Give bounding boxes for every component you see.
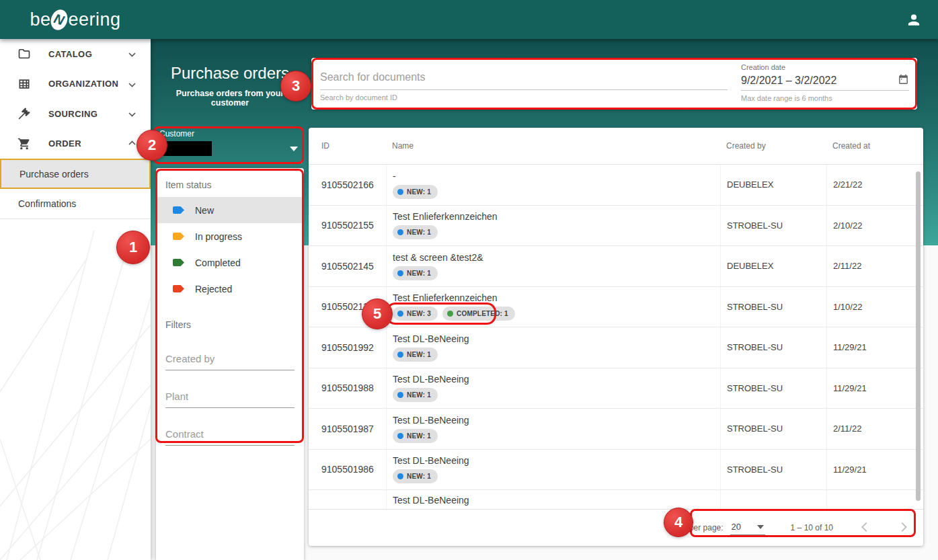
subnav-label: Confirmations	[18, 198, 76, 209]
sidebar-item-organization[interactable]: ORGANIZATION	[0, 69, 151, 99]
status-chip: NEW: 3	[393, 307, 438, 321]
table-row[interactable]: 9105501986 Test DL-BeNeeing NEW: 1 STROB…	[309, 450, 923, 491]
next-page-button[interactable]	[896, 520, 911, 536]
building-background-image	[0, 217, 151, 560]
sidebar: CATALOG ORGANIZATION SOURCING ORDER Purc…	[0, 39, 151, 560]
contract-filter-input[interactable]: Contract	[165, 428, 295, 446]
new-dot-icon	[397, 392, 403, 398]
creation-date-label: Creation date	[741, 63, 909, 71]
creation-date-field[interactable]: Creation date 9/2/2021 – 3/2/2022 Max da…	[741, 58, 909, 110]
status-chip: NEW: 1	[393, 266, 438, 280]
date-range-hint: Max date range is 6 months	[741, 94, 909, 102]
table-row[interactable]: 9105502130 Test Enlieferkennzeichen NEW:…	[309, 287, 923, 328]
status-tag-icon	[173, 206, 184, 214]
previous-page-button[interactable]	[857, 520, 872, 536]
gavel-icon	[17, 107, 31, 120]
filter-panel: Item status New In progress Completed Re…	[156, 168, 304, 560]
new-dot-icon	[397, 311, 403, 317]
filters-label: Filters	[156, 302, 304, 333]
customer-select[interactable]: Customer	[159, 129, 302, 163]
calendar-icon[interactable]	[898, 74, 909, 88]
chevron-down-icon	[128, 108, 136, 120]
status-tag-icon	[173, 259, 184, 266]
status-filter-rejected[interactable]: Rejected	[156, 276, 304, 302]
sidebar-item-label: CATALOG	[48, 49, 128, 59]
status-filter-in-progress[interactable]: In progress	[156, 223, 304, 249]
column-header-created-at: Created at	[826, 128, 923, 164]
search-card: Search for documents Search by document …	[311, 58, 917, 110]
app-header: beNeering	[0, 0, 938, 39]
status-tag-icon	[173, 233, 184, 240]
column-header-name: Name	[386, 128, 720, 164]
table-footer: Items per page: 20 1 – 10 of 10	[309, 509, 923, 546]
chevron-down-icon	[128, 48, 136, 60]
chevron-up-icon	[128, 138, 136, 150]
organization-icon	[17, 77, 31, 91]
status-tag-icon	[173, 285, 184, 292]
logo-text-right: eering	[68, 9, 120, 30]
status-chip: NEW: 1	[393, 429, 438, 443]
items-per-page-label: Items per page:	[667, 523, 723, 532]
dropdown-caret-icon	[290, 147, 298, 151]
item-status-label: Item status	[156, 168, 304, 197]
table-scrollbar[interactable]	[916, 171, 921, 501]
customer-value-redacted	[159, 141, 212, 156]
table-header-row: ID Name Created by Created at	[309, 128, 923, 165]
sidebar-item-label: SOURCING	[48, 109, 128, 119]
sidebar-item-confirmations[interactable]: Confirmations	[0, 189, 151, 219]
page-title: Purchase orders	[156, 64, 304, 83]
new-dot-icon	[397, 352, 403, 358]
sidebar-item-order[interactable]: ORDER	[0, 129, 151, 159]
cart-icon	[17, 137, 31, 151]
logo-n-icon: N	[48, 7, 70, 32]
table-row[interactable]: 9105501988 Test DL-BeNeeing NEW: 1 STROB…	[309, 368, 923, 409]
sidebar-item-sourcing[interactable]: SOURCING	[0, 99, 151, 129]
page-range-label: 1 – 10 of 10	[791, 523, 833, 532]
status-chip: NEW: 1	[393, 388, 438, 402]
dropdown-caret-icon	[757, 525, 764, 529]
document-search-input[interactable]: Search for documents Search by document …	[311, 58, 741, 110]
search-hint: Search by document ID	[320, 93, 728, 102]
status-chip: NEW: 1	[393, 185, 438, 199]
column-header-created-by: Created by	[720, 128, 826, 164]
status-chip: NEW: 1	[393, 469, 438, 483]
new-dot-icon	[397, 189, 403, 195]
search-placeholder: Search for documents	[320, 71, 728, 89]
sidebar-item-label: ORGANIZATION	[48, 79, 128, 89]
new-dot-icon	[397, 433, 403, 439]
page-subtitle: Purchase orders from your customer	[156, 89, 304, 108]
completed-dot-icon	[447, 311, 453, 317]
plant-filter-input[interactable]: Plant	[165, 391, 295, 408]
new-dot-icon	[397, 229, 403, 235]
customer-label: Customer	[159, 129, 302, 138]
table-row[interactable]: 9105502155 Test Enlieferkennzeichen NEW:…	[309, 206, 923, 247]
new-dot-icon	[397, 270, 403, 276]
customer-underline	[159, 163, 302, 163]
table-row[interactable]: 9105502145 test & screen &test2& NEW: 1 …	[309, 246, 923, 287]
user-account-icon[interactable]	[904, 10, 923, 29]
purchase-orders-table: ID Name Created by Created at 9105502166…	[309, 128, 923, 546]
table-row[interactable]: 9105502166 - NEW: 1 DEUBELEX 2/21/22	[309, 165, 923, 206]
table-row[interactable]: 9105501992 Test DL-BeNeeing NEW: 1 STROB…	[309, 327, 923, 368]
sidebar-item-label: ORDER	[48, 138, 128, 149]
column-header-id: ID	[309, 141, 386, 151]
table-row[interactable]: Test DL-BeNeeing	[309, 490, 923, 509]
new-dot-icon	[397, 473, 403, 479]
sidebar-item-purchase-orders[interactable]: Purchase orders	[0, 159, 151, 189]
status-chip: COMPLETED: 1	[442, 307, 515, 321]
items-per-page-select[interactable]: 20	[730, 520, 765, 535]
logo-text-left: be	[30, 9, 50, 30]
table-row[interactable]: 9105501987 Test DL-BeNeeing NEW: 1 STROB…	[309, 409, 923, 450]
created-by-filter-input[interactable]: Created by	[165, 353, 295, 370]
creation-date-value: 9/2/2021 – 3/2/2022	[741, 75, 898, 87]
status-filter-completed[interactable]: Completed	[156, 249, 304, 276]
status-chip: NEW: 1	[393, 225, 438, 239]
subnav-label: Purchase orders	[19, 169, 89, 179]
status-chip: NEW: 1	[393, 348, 438, 362]
folder-icon	[17, 47, 31, 61]
sidebar-item-catalog[interactable]: CATALOG	[0, 39, 151, 69]
status-filter-new[interactable]: New	[156, 197, 304, 223]
chevron-down-icon	[128, 78, 136, 90]
page-heading: Purchase orders Purchase orders from you…	[156, 64, 304, 108]
beneering-logo: beNeering	[0, 9, 151, 30]
